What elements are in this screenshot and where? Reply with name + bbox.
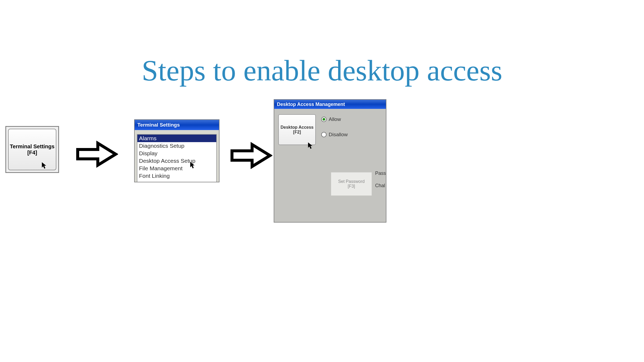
step2-titlebar: Terminal Settings (135, 120, 219, 130)
set-password-label: Set Password (338, 179, 365, 184)
list-item[interactable]: Font Linking (137, 172, 216, 180)
list-item[interactable]: File Management (137, 165, 216, 172)
side-label-pass: Pass (375, 171, 386, 176)
page-title: Steps to enable desktop access (142, 54, 502, 88)
step1-container: Terminal Settings [F4] (5, 126, 59, 173)
step3-window: Desktop Access Management Desktop Access… (274, 99, 386, 223)
cursor-icon (41, 162, 48, 171)
cursor-icon (308, 142, 314, 151)
step3-title: Desktop Access Management (277, 102, 345, 107)
step2-title: Terminal Settings (137, 122, 180, 128)
radio-disallow-label: Disallow (329, 132, 348, 138)
list-item[interactable]: Diagnostics Setup (137, 142, 216, 150)
list-item[interactable]: Desktop Access Setup (137, 157, 216, 165)
step2-list[interactable]: Alarms Diagnostics Setup Display Desktop… (137, 134, 217, 182)
desktop-access-button[interactable]: Desktop Access [F2] (278, 114, 316, 145)
terminal-settings-label: Terminal Settings (10, 143, 54, 150)
arrow-icon (75, 139, 118, 170)
desktop-access-shortcut: [F2] (293, 130, 301, 135)
radio-group: Allow Disallow (321, 114, 348, 217)
step3-titlebar: Desktop Access Management (274, 100, 386, 109)
radio-allow[interactable]: Allow (321, 116, 348, 122)
terminal-settings-shortcut: [F4] (27, 150, 37, 156)
radio-allow-label: Allow (329, 116, 341, 122)
list-item[interactable]: Display (137, 150, 216, 157)
arrow-icon (229, 141, 272, 171)
set-password-shortcut: [F3] (348, 184, 355, 189)
list-item[interactable]: Alarms (137, 135, 216, 142)
terminal-settings-button[interactable]: Terminal Settings [F4] (8, 129, 56, 170)
step2-window: Terminal Settings Alarms Diagnostics Set… (134, 119, 219, 182)
side-labels: Pass Chal (375, 171, 386, 189)
side-label-chal: Chal (375, 183, 386, 189)
radio-icon (321, 132, 327, 137)
radio-icon (321, 117, 327, 122)
set-password-button[interactable]: Set Password [F3] (331, 172, 372, 196)
radio-disallow[interactable]: Disallow (321, 132, 348, 138)
desktop-access-label: Desktop Access (280, 125, 313, 130)
step3-body: Desktop Access [F2] Allow Disallow Set P… (274, 109, 386, 222)
